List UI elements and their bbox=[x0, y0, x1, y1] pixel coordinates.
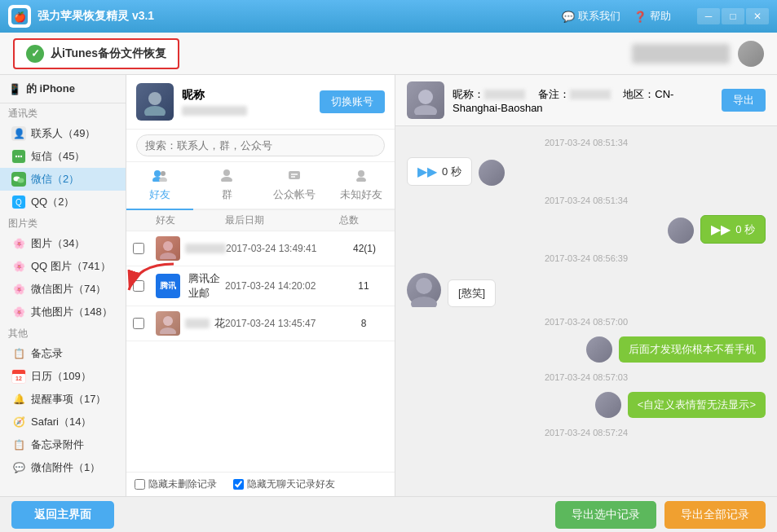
window-controls: ─ □ ✕ bbox=[697, 8, 769, 24]
tab-unknown-friends[interactable]: 未知好友 bbox=[328, 162, 395, 209]
svg-point-16 bbox=[154, 170, 161, 177]
search-input[interactable] bbox=[136, 134, 385, 156]
svg-point-8 bbox=[18, 178, 24, 183]
svg-text:Q: Q bbox=[15, 198, 22, 207]
sidebar-item-other-photos[interactable]: 🌸 其他图片（148） bbox=[0, 301, 126, 323]
main-layout: 📱 的 iPhone 通讯类 👤 联系人（49） 短信（45） 微信（2） Q … bbox=[0, 75, 777, 496]
sidebar-item-wechat-photos[interactable]: 🌸 微信图片（74） bbox=[0, 278, 126, 301]
table-row[interactable]: 腾讯 腾讯企业邮 2017-03-24 14:20:02 11 bbox=[126, 266, 395, 306]
svg-point-18 bbox=[161, 171, 166, 176]
tabs-row: 好友 群 公众帐号 未知好友 bbox=[126, 162, 395, 210]
msg-time-2: 2017-03-24 08:51:34 bbox=[407, 196, 766, 205]
svg-point-21 bbox=[221, 177, 232, 182]
sidebar-item-notes-attach[interactable]: 📋 备忘录附件 bbox=[0, 433, 126, 456]
wechat-photos-icon: 🌸 bbox=[11, 282, 26, 297]
svg-text:12: 12 bbox=[15, 376, 22, 381]
back-to-main-button[interactable]: 返回主界面 bbox=[11, 501, 114, 529]
receiver-avatar-2 bbox=[407, 273, 441, 307]
voice-icon-sent: ▶▶ bbox=[711, 222, 731, 237]
svg-point-3 bbox=[15, 156, 17, 157]
row-checkbox-2[interactable] bbox=[133, 280, 144, 292]
qq-photos-icon: 🌸 bbox=[11, 259, 26, 274]
table-row[interactable]: 2017-03-24 13:49:41 42(1) bbox=[126, 231, 395, 266]
svg-rect-22 bbox=[289, 171, 300, 179]
table-row[interactable]: 花 2017-03-24 13:45:47 8 bbox=[126, 306, 395, 341]
tab-friends[interactable]: 好友 bbox=[126, 162, 193, 210]
sender-avatar-3 bbox=[595, 392, 621, 418]
svg-point-30 bbox=[160, 328, 176, 334]
sidebar-item-wechat-attach[interactable]: 💬 微信附件（1） bbox=[0, 456, 126, 479]
export-selected-button[interactable]: 导出选中记录 bbox=[555, 501, 656, 529]
hide-undeleted-checkbox[interactable]: 隐藏未删除记录 bbox=[135, 477, 217, 491]
msg-row-voice-sent: ▶▶ 0 秒 bbox=[407, 215, 766, 244]
sidebar-item-calendar[interactable]: 12 日历（109） bbox=[0, 365, 126, 388]
svg-point-15 bbox=[144, 106, 166, 116]
sidebar-item-photos[interactable]: 🌸 图片（34） bbox=[0, 232, 126, 255]
question-icon: ❓ bbox=[634, 11, 647, 23]
sidebar-item-sms[interactable]: 短信（45） bbox=[0, 145, 126, 168]
row-checkbox-3[interactable] bbox=[133, 318, 144, 329]
official-tab-icon bbox=[286, 169, 302, 186]
svg-point-20 bbox=[223, 169, 230, 176]
svg-point-4 bbox=[18, 156, 20, 157]
svg-point-33 bbox=[416, 278, 432, 294]
minimize-button[interactable]: ─ bbox=[697, 8, 720, 24]
wechat-icon bbox=[11, 172, 26, 187]
svg-text:🍎: 🍎 bbox=[14, 11, 26, 23]
msg-bubble-received-1: [憨笑] bbox=[448, 279, 496, 307]
voice-bubble-sent: ▶▶ 0 秒 bbox=[700, 215, 766, 244]
blurred-nickname bbox=[182, 106, 247, 116]
app-logo: 🍎 bbox=[8, 5, 31, 28]
phone-icon: 📱 bbox=[8, 83, 21, 95]
export-all-button[interactable]: 导出全部记录 bbox=[664, 501, 766, 529]
friends-tab-icon bbox=[152, 169, 168, 186]
sidebar-item-safari[interactable]: 🧭 Safari（14） bbox=[0, 411, 126, 433]
photos-icon: 🌸 bbox=[11, 236, 26, 251]
hide-no-chat-checkbox[interactable]: 隐藏无聊天记录好友 bbox=[233, 477, 335, 491]
sidebar-item-qq[interactable]: Q QQ（2） bbox=[0, 191, 126, 213]
reminders-icon: 🔔 bbox=[11, 392, 26, 407]
table-footer: 隐藏未删除记录 隐藏无聊天记录好友 bbox=[126, 472, 395, 496]
wechat-user-name: 昵称 bbox=[182, 88, 247, 116]
svg-point-32 bbox=[414, 105, 437, 115]
sidebar-item-wechat[interactable]: 微信（2） bbox=[0, 168, 126, 191]
sidebar-item-contacts[interactable]: 👤 联系人（49） bbox=[0, 122, 126, 145]
maximize-button[interactable]: □ bbox=[722, 8, 744, 24]
title-actions: 💬 联系我们 ❓ 帮助 ─ □ ✕ bbox=[562, 8, 769, 24]
title-bar: 🍎 强力苹果恢复精灵 v3.1 💬 联系我们 ❓ 帮助 ─ □ ✕ bbox=[0, 0, 777, 33]
restore-icon: ✓ bbox=[26, 45, 44, 63]
groups-tab-icon bbox=[219, 169, 235, 186]
row-checkbox-1[interactable] bbox=[133, 243, 144, 254]
sidebar-item-notes[interactable]: 📋 备忘录 bbox=[0, 342, 126, 365]
blurred-account bbox=[632, 44, 730, 64]
switch-account-button[interactable]: 切换账号 bbox=[320, 90, 385, 113]
chat-messages: 2017-03-24 08:51:34 ▶▶ 0 秒 2017-03-24 08… bbox=[395, 126, 777, 496]
tab-official-accounts[interactable]: 公众帐号 bbox=[261, 162, 328, 209]
contact-us-btn[interactable]: 💬 联系我们 bbox=[562, 9, 620, 24]
safari-icon: 🧭 bbox=[11, 415, 26, 429]
close-button[interactable]: ✕ bbox=[746, 8, 769, 24]
friend-avatar-2: 腾讯 bbox=[156, 274, 180, 298]
notes-icon: 📋 bbox=[11, 346, 26, 361]
tab-groups[interactable]: 群 bbox=[193, 162, 260, 209]
help-btn[interactable]: ❓ 帮助 bbox=[634, 9, 671, 24]
bottom-bar: 返回主界面 导出选中记录 导出全部记录 bbox=[0, 496, 777, 532]
svg-point-34 bbox=[411, 297, 437, 307]
msg-bubble-sent-1: 后面才发现你根本不看手机 bbox=[619, 336, 766, 363]
msg-row-sent-1: 后面才发现你根本不看手机 bbox=[407, 336, 766, 363]
sidebar-item-qq-photos[interactable]: 🌸 QQ 图片（741） bbox=[0, 255, 126, 278]
mid-panel: 昵称 切换账号 好友 群 bbox=[126, 75, 395, 496]
friends-table: 好友 最后日期 总数 2017-03-24 13:49:41 42(1) bbox=[126, 210, 395, 472]
svg-point-26 bbox=[356, 178, 366, 182]
msg-row-sent-2: <自定义表情暂无法显示> bbox=[407, 392, 766, 418]
export-button[interactable]: 导出 bbox=[722, 89, 766, 112]
msg-time-4: 2017-03-24 08:57:00 bbox=[407, 317, 766, 327]
svg-point-28 bbox=[160, 253, 176, 259]
banner-right bbox=[632, 41, 764, 67]
sender-avatar-1 bbox=[668, 218, 694, 244]
svg-point-14 bbox=[148, 92, 161, 105]
svg-point-25 bbox=[358, 170, 364, 177]
sidebar-item-reminders[interactable]: 🔔 提醒事项（17） bbox=[0, 388, 126, 411]
restore-from-itunes-button[interactable]: ✓ 从iTunes备份文件恢复 bbox=[13, 38, 179, 69]
sidebar: 📱 的 iPhone 通讯类 👤 联系人（49） 短信（45） 微信（2） Q … bbox=[0, 75, 126, 496]
